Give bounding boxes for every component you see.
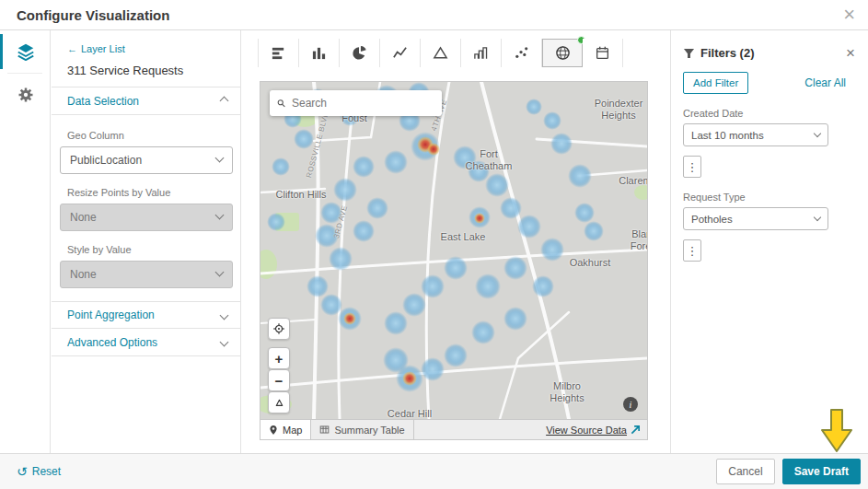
style-by-value-value: None xyxy=(70,268,97,281)
chart-type-area-chart[interactable] xyxy=(421,39,461,67)
chart-type-histogram[interactable] xyxy=(461,39,502,67)
chart-type-scatter-plot[interactable] xyxy=(502,39,542,67)
zoom-in-button[interactable]: + xyxy=(268,347,290,369)
dialog-header: Configure Visualization × xyxy=(0,0,868,30)
filters-panel: Filters (2) × Add Filter Clear All Creat… xyxy=(670,30,868,453)
map-search-input[interactable] xyxy=(292,97,434,110)
rail-item-layers[interactable] xyxy=(0,30,51,73)
chevron-up-icon xyxy=(220,97,229,106)
chevron-down-icon xyxy=(215,211,225,220)
filter-label: Created Date xyxy=(683,108,855,119)
zoom-out-button[interactable]: − xyxy=(268,369,290,391)
footer-buttons: Cancel Save Draft xyxy=(716,459,861,484)
geo-column-label: Geo Column xyxy=(67,130,233,141)
data-selection-fields: Geo Column PublicLocation Resize Points … xyxy=(52,115,240,288)
area-chart-icon xyxy=(433,45,448,61)
save-draft-button[interactable]: Save Draft xyxy=(782,459,861,484)
filters-close-icon[interactable]: × xyxy=(846,45,855,61)
line-chart-icon xyxy=(392,45,408,61)
column-chart-icon xyxy=(311,45,327,61)
chart-type-bar-chart[interactable] xyxy=(259,39,299,67)
filter-request-type-select[interactable]: Potholes xyxy=(683,207,828,230)
compass-button[interactable] xyxy=(268,391,290,413)
preview-panel: Foust Poindexter Heights Fort Cheatham C… xyxy=(241,30,670,453)
dialog-title: Configure Visualization xyxy=(17,7,169,23)
tab-map-label: Map xyxy=(283,425,302,436)
chart-type-column-chart[interactable] xyxy=(299,39,340,67)
style-by-value-label: Style by Value xyxy=(67,244,233,255)
reset-icon: ↺ xyxy=(17,464,28,479)
filters-title: Filters (2) xyxy=(700,46,755,60)
filter-created-date-value: Last 10 months xyxy=(691,130,764,141)
chevron-down-icon xyxy=(814,213,821,220)
chart-type-toolbar xyxy=(258,39,623,67)
tab-summary-table[interactable]: Summary Table xyxy=(311,420,413,439)
chart-type-line-chart[interactable] xyxy=(380,39,421,67)
rail-item-settings[interactable] xyxy=(0,74,51,116)
section-data-selection[interactable]: Data Selection xyxy=(52,87,240,115)
close-icon[interactable]: × xyxy=(843,5,855,25)
filter-options-kebab-button[interactable]: ⋮ xyxy=(683,239,701,262)
resize-points-label: Resize Points by Value xyxy=(67,187,233,198)
dialog-footer: ↺ Reset Cancel Save Draft xyxy=(0,453,868,489)
geo-column-value: PublicLocation xyxy=(70,154,142,167)
tab-map[interactable]: Map xyxy=(260,420,311,439)
map-search-box xyxy=(270,90,442,116)
filter-created-date-select[interactable]: Last 10 months xyxy=(683,123,828,146)
pie-chart-icon xyxy=(352,45,367,61)
chevron-down-icon xyxy=(215,154,225,163)
bar-chart-icon xyxy=(271,45,286,61)
layers-icon xyxy=(16,41,36,62)
resize-points-select[interactable]: None xyxy=(60,204,233,231)
geolocate-icon xyxy=(272,322,285,335)
clear-all-link[interactable]: Clear All xyxy=(804,76,846,89)
map-basemap xyxy=(260,82,647,419)
calendar-icon xyxy=(595,45,610,61)
section-point-aggregation[interactable]: Point Aggregation xyxy=(52,301,240,329)
geo-column-select[interactable]: PublicLocation xyxy=(60,146,233,174)
reset-label: Reset xyxy=(32,465,61,478)
section-advanced-options[interactable]: Advanced Options xyxy=(52,329,240,356)
map-container: Foust Poindexter Heights Fort Cheatham C… xyxy=(260,81,648,440)
histogram-icon xyxy=(473,45,489,61)
add-filter-button[interactable]: Add Filter xyxy=(683,72,748,94)
chart-type-map[interactable] xyxy=(542,39,583,67)
back-to-layer-list[interactable]: ← Layer List xyxy=(67,43,125,54)
chevron-down-icon xyxy=(215,268,225,277)
left-rail xyxy=(0,30,51,453)
reset-link[interactable]: ↺ Reset xyxy=(17,464,61,479)
gear-icon xyxy=(17,86,35,104)
geolocate-button[interactable] xyxy=(268,318,290,340)
chevron-down-icon xyxy=(814,129,821,136)
layer-panel-header: ← Layer List 311 Service Requests xyxy=(52,30,240,87)
dialog-body: ← Layer List 311 Service Requests Data S… xyxy=(0,30,868,453)
section-data-selection-label: Data Selection xyxy=(67,95,139,108)
back-label: Layer List xyxy=(81,43,125,54)
arrow-up-icon xyxy=(273,397,285,409)
filter-options-kebab-button[interactable]: ⋮ xyxy=(683,156,701,178)
attribution-info-icon[interactable]: i xyxy=(623,397,638,412)
resize-points-value: None xyxy=(70,211,97,224)
map-canvas[interactable]: Foust Poindexter Heights Fort Cheatham C… xyxy=(260,82,647,419)
configure-visualization-dialog: Configure Visualization × xyxy=(0,0,868,489)
section-point-aggregation-label: Point Aggregation xyxy=(67,309,155,321)
map-pin-icon xyxy=(269,425,278,436)
chart-type-calendar[interactable] xyxy=(583,39,623,67)
search-icon xyxy=(277,98,285,109)
filters-actions: Add Filter Clear All xyxy=(683,72,855,94)
chart-type-pie-chart[interactable] xyxy=(340,39,380,67)
filter-funnel-icon xyxy=(683,48,695,59)
map-bottom-bar: Map Summary Table View Source Data xyxy=(260,419,647,439)
chevron-down-icon xyxy=(220,310,229,320)
spacer xyxy=(52,288,240,301)
style-by-value-select[interactable]: None xyxy=(60,261,233,288)
cancel-button[interactable]: Cancel xyxy=(716,459,774,484)
scatter-plot-icon xyxy=(514,45,529,61)
view-source-data-link[interactable]: View Source Data xyxy=(539,420,647,439)
table-icon xyxy=(319,425,330,435)
chevron-down-icon xyxy=(220,338,229,347)
tab-summary-table-label: Summary Table xyxy=(334,425,404,436)
filter-request-type-value: Potholes xyxy=(691,214,733,225)
view-source-data-label: View Source Data xyxy=(546,425,627,436)
filters-header: Filters (2) × xyxy=(683,45,855,61)
